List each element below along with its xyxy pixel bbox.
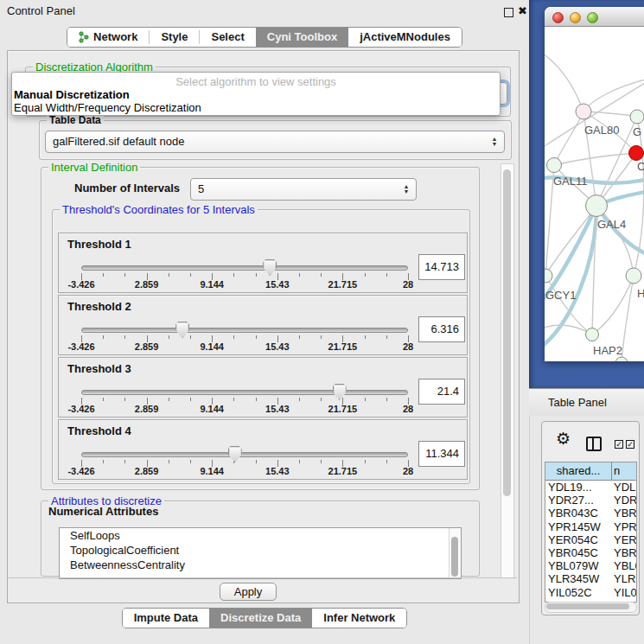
cell-name[interactable]: YBR0 (612, 507, 636, 520)
tab-jactivemnodules[interactable]: jActiveMNodules (348, 28, 462, 47)
network-node[interactable] (576, 104, 591, 119)
tab-select[interactable]: Select (200, 28, 255, 47)
cell-shared-name[interactable]: YLR345W (545, 572, 612, 585)
attribute-list-item[interactable]: BetweennessCentrality (60, 558, 461, 572)
threshold-value-field[interactable]: 14.713 (418, 254, 465, 280)
slider-tick-label: 28 (403, 341, 413, 352)
network-node[interactable] (630, 110, 644, 124)
table-row[interactable]: YPR145WYPR1 (545, 520, 636, 533)
tab-discretize-data[interactable]: Discretize Data (209, 609, 312, 628)
column-layout-icon[interactable] (586, 437, 602, 451)
close-icon[interactable]: ✖ (518, 0, 527, 22)
cell-name[interactable]: YER0 (612, 533, 636, 546)
network-node[interactable] (547, 158, 562, 173)
checkbox-icon[interactable]: ✓ (615, 440, 623, 449)
threshold-slider[interactable]: -3.4262.8599.14415.4321.71528 (81, 296, 408, 354)
cell-shared-name[interactable]: YBR043C (545, 507, 612, 520)
slider-track[interactable] (81, 390, 408, 395)
threshold-slider[interactable]: -3.4262.8599.14415.4321.71528 (81, 358, 408, 417)
table-row[interactable]: YBL079WYBL0 (545, 559, 636, 572)
network-node[interactable] (629, 146, 644, 161)
network-node-label: HAP2 (593, 344, 622, 357)
cell-name[interactable]: YBL0 (612, 559, 636, 572)
table-row[interactable]: YDL19...YDL1 (545, 481, 636, 494)
cell-shared-name[interactable]: YBR045C (545, 546, 612, 559)
cell-name[interactable]: YDL1 (612, 481, 636, 494)
tick-mark (386, 335, 387, 339)
numerical-attributes-label: Numerical Attributes (48, 505, 158, 518)
tick-mark (256, 335, 257, 339)
table-hscrollbar-thumb[interactable] (546, 603, 629, 609)
tick-mark (365, 460, 366, 463)
network-node[interactable] (586, 328, 599, 341)
slider-track[interactable] (81, 265, 408, 271)
tick-mark (233, 273, 234, 277)
table-data-combobox[interactable]: galFiltered.sif default node ▲▼ (45, 131, 505, 153)
threshold-value-field[interactable]: 21.4 (418, 379, 465, 405)
tick-mark (299, 460, 300, 463)
numerical-attributes-list[interactable]: SelfLoopsTopologicalCoefficientBetweenne… (59, 527, 462, 579)
cell-name[interactable]: YIL0 (612, 586, 636, 599)
number-of-intervals-combobox[interactable]: 5 ▲▼ (190, 178, 417, 201)
threshold-value-field[interactable]: 11.344 (418, 441, 465, 467)
checkbox-icon[interactable]: ✓ (626, 440, 634, 449)
algorithm-option-equal-width[interactable]: Equal Width/Frequency Discretization (12, 101, 500, 114)
apply-button[interactable]: Apply (220, 583, 277, 601)
slider-track[interactable] (81, 452, 408, 457)
table-row[interactable]: YER054CYER0 (545, 533, 636, 546)
threshold-slider[interactable]: -3.4262.8599.14415.4321.71528 (81, 233, 408, 292)
threshold-box: Threshold 3 -3.4262.8599.14415.4321.7152… (58, 357, 468, 418)
panel-vertical-scrollbar[interactable] (501, 163, 514, 578)
cell-shared-name[interactable]: YER054C (545, 533, 612, 546)
network-node[interactable] (626, 268, 641, 284)
table-row[interactable]: YIL052CYIL0 (545, 586, 636, 599)
cell-name[interactable]: YBR0 (612, 546, 636, 559)
tab-infer-network[interactable]: Infer Network (312, 609, 406, 628)
threshold-value-field[interactable]: 6.316 (418, 316, 465, 342)
table-row[interactable]: YBR045CYBR0 (545, 546, 636, 559)
table-row[interactable]: YLR345WYLR3 (545, 572, 636, 585)
network-window-titlebar[interactable] (545, 7, 644, 27)
slider-tick-label: 9.144 (200, 404, 224, 414)
column-header-shared-name[interactable]: shared... (545, 462, 612, 480)
mac-close-icon[interactable] (552, 12, 564, 23)
network-node[interactable] (586, 195, 608, 217)
network-node-label: C (637, 160, 644, 173)
cell-name[interactable]: YPR1 (612, 520, 636, 533)
network-node[interactable] (615, 357, 628, 361)
network-canvas[interactable]: GAL80GCGAL11GAL4GCY1HHAP2 (545, 27, 644, 361)
cell-name[interactable]: YDR2 (612, 494, 636, 507)
table-horizontal-scrollbar[interactable] (545, 602, 637, 613)
gear-icon[interactable]: ⚙ (556, 430, 571, 447)
cell-shared-name[interactable]: YDL19... (545, 481, 612, 494)
attribute-list-item[interactable]: TopologicalCoefficient (60, 543, 461, 558)
attribute-list-item[interactable]: SelfLoops (60, 528, 461, 543)
slider-track[interactable] (81, 328, 408, 333)
algorithm-option-manual[interactable]: Manual Discretization (12, 88, 500, 101)
table-row[interactable]: YBR043CYBR0 (545, 507, 636, 520)
cell-shared-name[interactable]: YPR145W (545, 520, 612, 533)
panel-scrollbar-thumb[interactable] (503, 169, 511, 496)
tab-cyni-toolbox[interactable]: Cyni Toolbox (256, 28, 348, 47)
cell-shared-name[interactable]: YDR27... (545, 494, 612, 507)
cell-shared-name[interactable]: YBL079W (545, 559, 612, 572)
attributes-scrollbar[interactable] (449, 528, 461, 578)
mac-minimize-icon[interactable] (570, 12, 581, 23)
table-row[interactable]: YDR27...YDR2 (545, 494, 636, 507)
network-desktop-area: GAL80GCGAL11GAL4GCY1HHAP2 (529, 0, 644, 388)
network-node[interactable] (545, 269, 552, 283)
threshold-slider[interactable]: -3.4262.8599.14415.4321.71528 (81, 420, 408, 479)
network-node-label: GAL11 (553, 175, 588, 188)
float-window-icon[interactable] (504, 8, 513, 17)
mac-zoom-icon[interactable] (587, 12, 598, 23)
tab-style[interactable]: Style (150, 28, 199, 47)
tab-network[interactable]: Network (67, 28, 149, 47)
node-table[interactable]: shared... n YDL19...YDL1YDR27...YDR2YBR0… (545, 462, 637, 603)
column-header-name[interactable]: n (612, 462, 636, 480)
cell-name[interactable]: YLR3 (612, 572, 636, 585)
number-of-intervals-label: Number of Intervals (74, 182, 180, 194)
attributes-scrollbar-thumb[interactable] (451, 537, 458, 577)
tab-impute-data[interactable]: Impute Data (123, 609, 209, 628)
table-data-group: Table Data galFiltered.sif default node … (39, 120, 512, 160)
cell-shared-name[interactable]: YIL052C (545, 586, 612, 599)
